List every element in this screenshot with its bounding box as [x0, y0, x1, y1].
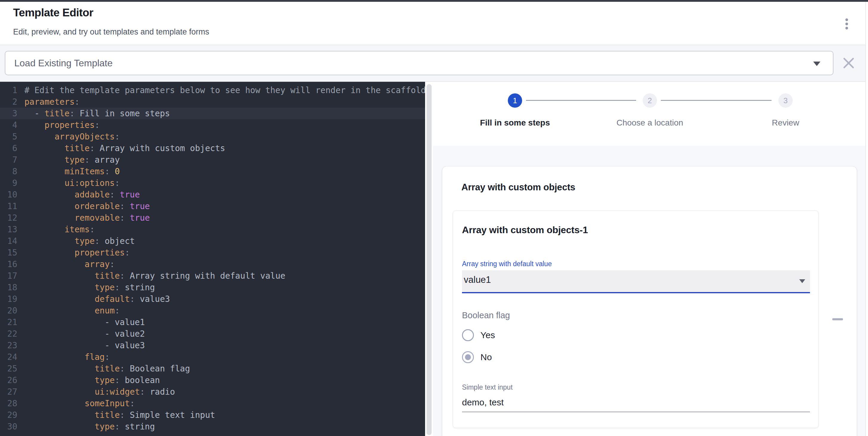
stepper-step-circle[interactable]: 3 — [778, 93, 793, 108]
code-line[interactable]: 14 type: object — [0, 235, 425, 247]
code-line[interactable]: 10 addable: true — [0, 189, 425, 200]
code-line[interactable]: 5 arrayObjects: — [0, 131, 425, 142]
code-text: type: boolean — [24, 374, 425, 386]
form-preview-area: Array with custom objects Array with cus… — [433, 146, 868, 436]
code-line[interactable]: 3 - title: Fill in some steps — [0, 108, 425, 119]
code-line[interactable]: 20 enum: — [0, 305, 425, 316]
line-number: 21 — [0, 316, 24, 328]
code-line[interactable]: 29 title: Simple text input — [0, 409, 425, 421]
array-section-title: Array with custom objects — [461, 167, 838, 193]
main-split: 1# Edit the template parameters below to… — [0, 82, 868, 436]
code-text: removable: true — [24, 212, 425, 224]
line-number: 27 — [0, 386, 24, 398]
code-line[interactable]: 21 - value1 — [0, 316, 425, 328]
boolean-flag-radio-group: YesNo — [462, 328, 809, 364]
page-title: Template Editor — [13, 6, 93, 19]
remove-item-column — [818, 210, 857, 428]
load-template-placeholder: Load Existing Template — [14, 52, 113, 75]
code-line[interactable]: 30 type: string — [0, 421, 425, 432]
page-scrollbar-gutter[interactable] — [865, 2, 868, 436]
code-line[interactable]: 17 title: Array string with default valu… — [0, 270, 425, 282]
radio-option-no[interactable]: No — [462, 350, 809, 364]
code-text: enum: — [24, 305, 425, 316]
step-form-card: Array with custom objects Array with cus… — [442, 167, 857, 436]
code-line[interactable]: 23 - value3 — [0, 340, 425, 351]
array-item-card: Array with custom objects-1 Array string… — [453, 210, 818, 428]
code-line[interactable]: 11 orderable: true — [0, 200, 425, 212]
line-number: 28 — [0, 398, 24, 409]
code-text: - value1 — [24, 316, 425, 328]
wizard-stepper: 1Fill in some steps2Choose a location3Re… — [433, 82, 868, 146]
line-number: 20 — [0, 305, 24, 316]
code-text: parameters: — [24, 96, 425, 108]
close-icon — [842, 57, 855, 69]
code-line[interactable]: 13 items: — [0, 224, 425, 235]
load-existing-template-select[interactable]: Load Existing Template — [5, 51, 834, 75]
code-text: # Edit the template parameters below to … — [24, 85, 425, 96]
simple-text-input[interactable]: demo, test — [462, 397, 809, 407]
line-number: 22 — [0, 328, 24, 340]
code-text: type: string — [24, 421, 425, 432]
code-line[interactable]: 12 removable: true — [0, 212, 425, 224]
stepper-step-circle[interactable]: 1 — [508, 93, 522, 108]
stepper-step-label: Fill in some steps — [480, 118, 550, 128]
code-line[interactable]: 18 type: string — [0, 282, 425, 293]
stepper-step-label: Review — [772, 118, 799, 128]
line-number: 1 — [0, 85, 24, 96]
stepper-step-label: Choose a location — [617, 118, 683, 128]
page-header: Template Editor Edit, preview, and try o… — [0, 2, 868, 45]
code-line[interactable]: 7 type: array — [0, 154, 425, 166]
code-line[interactable]: 16 array: — [0, 259, 425, 270]
code-text: default: value3 — [24, 293, 425, 305]
code-text: title: Array string with default value — [24, 270, 425, 282]
array-string-select[interactable]: value1 — [462, 270, 810, 293]
remove-item-button[interactable] — [832, 318, 843, 320]
code-line[interactable]: 8 minItems: 0 — [0, 166, 425, 177]
code-line[interactable]: 1# Edit the template parameters below to… — [0, 85, 425, 96]
code-text: someInput: — [24, 398, 425, 409]
line-number: 17 — [0, 270, 24, 282]
line-number: 19 — [0, 293, 24, 305]
kebab-dot-icon — [845, 19, 848, 21]
radio-option-yes[interactable]: Yes — [462, 328, 809, 342]
code-line[interactable]: 2parameters: — [0, 96, 425, 108]
page-subtitle: Edit, preview, and try out templates and… — [13, 27, 209, 37]
line-number: 9 — [0, 177, 24, 189]
editor-scrollbar[interactable] — [425, 82, 433, 436]
code-line[interactable]: 28 someInput: — [0, 398, 425, 409]
code-line[interactable]: 9 ui:options: — [0, 177, 425, 189]
code-line[interactable]: 4 properties: — [0, 119, 425, 131]
code-line[interactable]: 22 - value2 — [0, 328, 425, 340]
code-line[interactable]: 25 title: Boolean flag — [0, 363, 425, 374]
code-line[interactable]: 24 flag: — [0, 351, 425, 363]
editor-scrollbar-thumb[interactable] — [427, 84, 432, 435]
code-line[interactable]: 26 type: boolean — [0, 374, 425, 386]
code-text: title: Array with custom objects — [24, 142, 425, 154]
code-line[interactable]: 19 default: value3 — [0, 293, 425, 305]
code-text: properties: — [24, 247, 425, 259]
line-number: 30 — [0, 421, 24, 432]
code-text: arrayObjects: — [24, 131, 425, 142]
code-line[interactable]: 15 properties: — [0, 247, 425, 259]
line-number: 6 — [0, 142, 24, 154]
code-line[interactable]: 6 title: Array with custom objects — [0, 142, 425, 154]
line-number: 14 — [0, 235, 24, 247]
stepper-step-circle[interactable]: 2 — [643, 93, 657, 108]
line-number: 11 — [0, 200, 24, 212]
text-field-label: Simple text input — [462, 383, 809, 391]
array-item-title: Array with custom objects-1 — [462, 225, 809, 236]
radio-unselected-icon[interactable] — [462, 329, 474, 341]
code-line[interactable]: 27 ui:widget: radio — [0, 386, 425, 398]
line-number: 4 — [0, 119, 24, 131]
dropdown-caret-icon — [813, 62, 820, 66]
more-options-button[interactable] — [841, 16, 852, 32]
code-text: title: Boolean flag — [24, 363, 425, 374]
line-number: 29 — [0, 409, 24, 421]
code-text: flag: — [24, 351, 425, 363]
clear-template-button[interactable] — [842, 57, 855, 69]
yaml-code-editor[interactable]: 1# Edit the template parameters below to… — [0, 82, 425, 436]
line-number: 5 — [0, 131, 24, 142]
radio-selected-icon[interactable] — [462, 351, 474, 363]
code-text: - title: Fill in some steps — [24, 108, 425, 119]
code-text: type: object — [24, 235, 425, 247]
